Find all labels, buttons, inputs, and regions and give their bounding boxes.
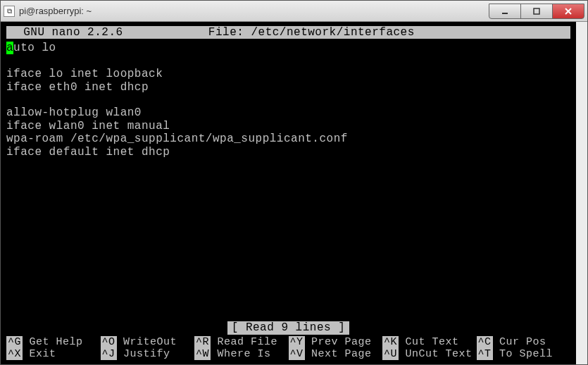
shortcut-uncut-text: ^U UnCut Text	[382, 348, 477, 360]
line-6: allow-hotplug wlan0	[6, 106, 142, 119]
shortcut-row-2: ^X Exit ^J Justify ^W Where Is ^V Next P…	[6, 348, 570, 360]
app-icon-glyph: ⧉	[7, 7, 12, 16]
shortcut-read-file: ^R Read File	[194, 336, 289, 348]
shortcut-where-is: ^W Where Is	[194, 348, 289, 360]
window-title: pi@raspberrypi: ~	[19, 6, 489, 16]
app-icon: ⧉	[4, 6, 15, 17]
status-line: [ Read 9 lines ]	[6, 321, 570, 334]
status-text: [ Read 9 lines ]	[227, 321, 350, 334]
line-1: uto lo	[13, 42, 56, 54]
window-controls	[489, 4, 584, 19]
titlebar[interactable]: ⧉ pi@raspberrypi: ~	[1, 1, 587, 22]
shortcut-to-spell: ^T To Spell	[477, 348, 571, 360]
line-7: iface wlan0 inet manual	[6, 120, 170, 132]
maximize-icon	[532, 7, 541, 16]
shortcut-prev-page: ^Y Prev Page	[289, 336, 383, 348]
cursor: a	[6, 42, 13, 54]
app-window: ⧉ pi@raspberrypi: ~ GNU nano 2.2.6 File:…	[0, 0, 588, 365]
shortcut-justify: ^J Justify	[101, 348, 195, 360]
shortcut-get-help: ^G Get Help	[6, 336, 101, 348]
minimize-icon	[501, 7, 509, 16]
line-9: iface default inet dhcp	[6, 146, 170, 159]
maximize-button[interactable]	[520, 4, 553, 19]
nano-version: GNU nano 2.2.6	[23, 26, 123, 39]
line-4: iface eth0 inet dhcp	[6, 81, 149, 94]
svg-rect-1	[534, 8, 539, 14]
close-button[interactable]	[552, 4, 584, 19]
shortcut-writeout: ^O WriteOut	[101, 336, 195, 348]
line-8: wpa-roam /etc/wpa_supplicant/wpa_supplic…	[6, 132, 348, 145]
shortcut-exit: ^X Exit	[6, 348, 101, 360]
editor-content[interactable]: auto lo iface lo inet loopback iface eth…	[6, 42, 570, 321]
shortcut-row-1: ^G Get Help ^O WriteOut ^R Read File ^Y …	[6, 336, 570, 348]
minimize-button[interactable]	[489, 4, 521, 19]
shortcut-next-page: ^V Next Page	[289, 348, 383, 360]
line-3: iface lo inet loopback	[6, 68, 163, 80]
nano-file: File: /etc/network/interfaces	[208, 26, 415, 39]
close-icon	[564, 7, 573, 16]
terminal[interactable]: GNU nano 2.2.6 File: /etc/network/interf…	[1, 22, 587, 364]
shortcut-cur-pos: ^C Cur Pos	[477, 336, 571, 348]
nano-header: GNU nano 2.2.6 File: /etc/network/interf…	[6, 26, 570, 39]
shortcut-cut-text: ^K Cut Text	[382, 336, 477, 348]
